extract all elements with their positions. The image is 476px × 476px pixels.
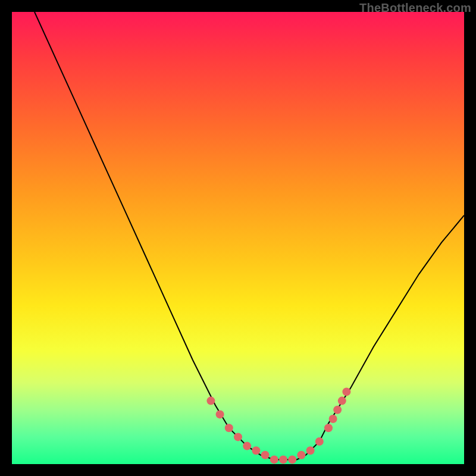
- chart-container: TheBottleneck.com: [0, 0, 476, 476]
- curve-marker: [306, 446, 315, 455]
- plot-area: [12, 12, 464, 464]
- bottleneck-curve: [12, 12, 464, 464]
- curve-marker: [279, 455, 287, 464]
- curve-marker: [297, 451, 305, 459]
- curve-path: [35, 12, 464, 459]
- curve-marker: [206, 397, 215, 405]
- curve-marker: [270, 455, 278, 464]
- curve-marker: [225, 424, 233, 432]
- curve-marker: [338, 397, 346, 405]
- curve-marker: [261, 451, 270, 459]
- curve-marker: [324, 424, 333, 432]
- curve-marker: [333, 406, 342, 414]
- curve-marker: [234, 433, 242, 441]
- curve-marker: [216, 410, 224, 418]
- curve-marker: [243, 442, 251, 450]
- watermark-text: TheBottleneck.com: [359, 1, 471, 15]
- curve-marker: [288, 455, 296, 464]
- curve-marker: [329, 415, 337, 423]
- curve-marker: [252, 446, 260, 455]
- curve-marker: [342, 387, 350, 396]
- curve-marker: [315, 437, 324, 446]
